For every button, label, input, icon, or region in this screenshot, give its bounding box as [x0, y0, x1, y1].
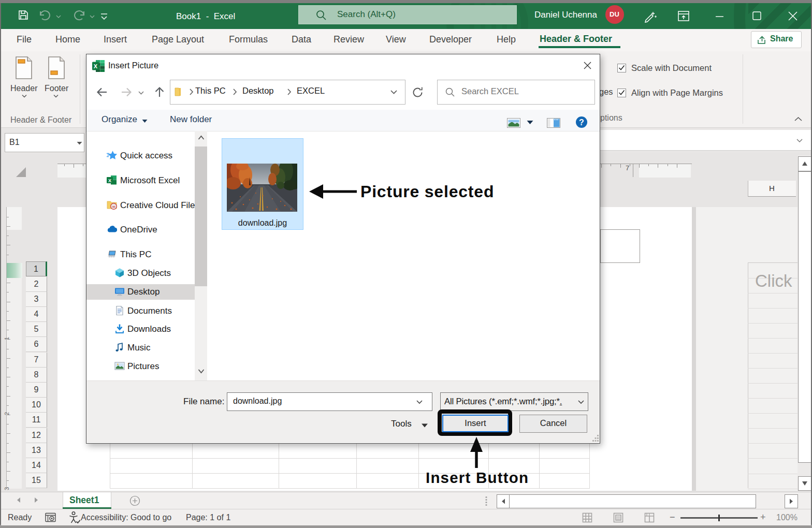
svg-text:X: X	[108, 178, 111, 183]
svg-text:X: X	[94, 63, 98, 69]
svg-text:∞: ∞	[112, 204, 115, 209]
svg-text:?: ?	[579, 118, 584, 127]
